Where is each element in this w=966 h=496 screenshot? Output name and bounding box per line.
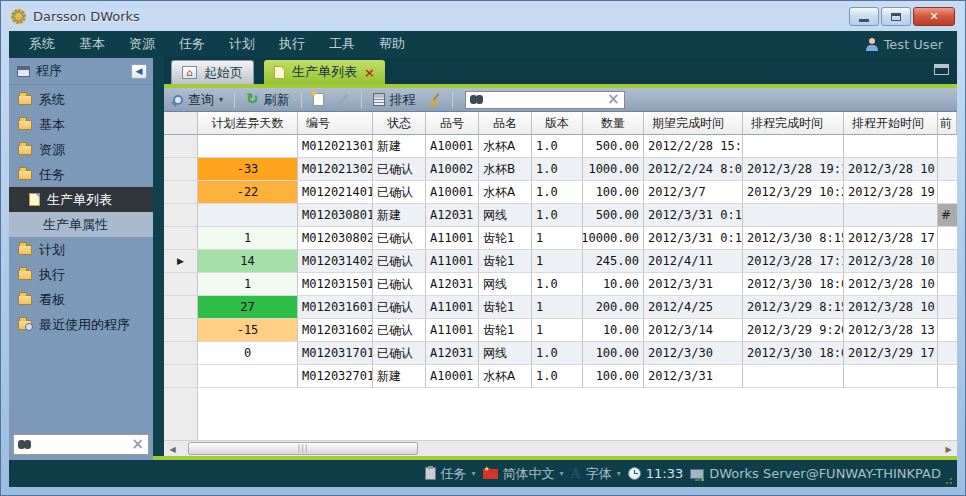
cell-plan-diff-days: -33: [198, 158, 298, 181]
table-row[interactable]: 27M012031601已确认A11001齿轮11200.002012/4/25…: [164, 296, 957, 319]
sidebar-item-3[interactable]: 资源: [9, 137, 153, 162]
column-header-3[interactable]: 状态: [373, 112, 426, 135]
sidebar-search-input[interactable]: [35, 437, 127, 453]
row-selector-cell[interactable]: [164, 135, 198, 158]
schedule-button[interactable]: 排程: [370, 91, 419, 109]
cell-q: 500.00: [583, 135, 644, 158]
row-selector-cell[interactable]: [164, 181, 198, 204]
menu-item-1[interactable]: 系统: [17, 35, 67, 53]
menu-item-7[interactable]: 工具: [317, 35, 367, 53]
row-selector-cell[interactable]: [164, 204, 198, 227]
table-row[interactable]: -22M012021401已确认A10001水杯A1.0100.002012/3…: [164, 181, 957, 204]
menu-item-4[interactable]: 任务: [167, 35, 217, 53]
column-header-7[interactable]: 数量: [583, 112, 644, 135]
menu-bar: 系统基本资源任务计划执行工具帮助 Test User: [9, 31, 957, 57]
tab-list-window-icon[interactable]: [934, 64, 949, 75]
row-selector-cell[interactable]: [164, 342, 198, 365]
row-selector-cell[interactable]: [164, 296, 198, 319]
flag-icon: [483, 469, 498, 479]
menu-item-5[interactable]: 计划: [217, 35, 267, 53]
column-header-9[interactable]: 排程完成时间: [743, 112, 844, 135]
query-button[interactable]: 查询 ▾: [170, 91, 226, 109]
row-selector-cell[interactable]: [164, 158, 198, 181]
cell-clipped: [938, 273, 957, 296]
row-selector-header[interactable]: [164, 112, 198, 135]
table-row[interactable]: 1M012031501已确认A12031网线1.010.002012/3/312…: [164, 273, 957, 296]
sidebar-item-7[interactable]: 计划: [9, 237, 153, 262]
table-row[interactable]: M012030801新建A12031网线1.0500.002012/3/31 0…: [164, 204, 957, 227]
table-row[interactable]: 0M012031701已确认A12031网线1.0100.002012/3/30…: [164, 342, 957, 365]
minimize-button[interactable]: [849, 7, 879, 26]
sidebar-item-9[interactable]: 看板: [9, 287, 153, 312]
sidebar-item-5[interactable]: 生产单列表: [9, 187, 153, 212]
language-dropdown-icon: ▾: [560, 469, 564, 478]
cell-se: [743, 135, 844, 158]
column-header-10[interactable]: 排程开始时间: [844, 112, 938, 135]
menu-item-8[interactable]: 帮助: [367, 35, 417, 53]
sidebar-item-6[interactable]: 生产单属性: [9, 212, 153, 237]
row-selector-cell[interactable]: [164, 227, 198, 250]
sidebar-search-clear-icon[interactable]: ×: [131, 437, 144, 452]
tab-close-icon[interactable]: ×: [364, 66, 375, 79]
column-header-4[interactable]: 品号: [426, 112, 479, 135]
column-header-6[interactable]: 版本: [532, 112, 583, 135]
toolbar-search-input[interactable]: [487, 92, 603, 108]
tab-label: 生产单列表: [292, 63, 357, 81]
cell-st: 已确认: [373, 342, 426, 365]
menu-item-6[interactable]: 执行: [267, 35, 317, 53]
scroll-right-icon[interactable]: ▶: [940, 442, 957, 456]
row-selector-cell[interactable]: [164, 273, 198, 296]
cell-ss: 2012/3/28 19:10: [844, 181, 938, 204]
scrollbar-thumb[interactable]: |||: [188, 442, 418, 455]
sidebar-item-2[interactable]: 基本: [9, 112, 153, 137]
clipboard-icon: [425, 467, 436, 480]
column-header-2[interactable]: 编号: [298, 112, 373, 135]
column-header-clipped[interactable]: 前: [938, 112, 957, 135]
user-button[interactable]: Test User: [866, 37, 949, 52]
sidebar-item-8[interactable]: 执行: [9, 262, 153, 287]
maximize-button[interactable]: [881, 7, 911, 26]
row-selector-cell[interactable]: [164, 365, 198, 388]
table-row[interactable]: -33M012021302已确认A10002水杯B1.01000.002012/…: [164, 158, 957, 181]
cell-ss: [844, 135, 938, 158]
table-row[interactable]: M012032701新建A10001水杯A1.0100.002012/3/31: [164, 365, 957, 388]
sidebar-item-10[interactable]: 最近使用的程序: [9, 312, 153, 337]
edit-button[interactable]: [332, 99, 353, 101]
row-selector-cell[interactable]: [164, 319, 198, 342]
tab-label: 起始页: [204, 64, 243, 82]
language-menu-button[interactable]: 简体中文 ▾: [483, 465, 564, 483]
sidebar-collapse-button[interactable]: ◀: [131, 64, 147, 79]
tab-bar: ⌂ 起始页 生产单列表 ×: [164, 57, 957, 84]
task-menu-button[interactable]: 任务 ▾: [425, 465, 476, 483]
table-row[interactable]: M012021301新建A10001水杯A1.0500.002012/2/28 …: [164, 135, 957, 158]
sidebar-item-1[interactable]: 系统: [9, 87, 153, 112]
close-icon: ✕: [929, 11, 938, 22]
table-row[interactable]: 1M012030802已确认A11001齿轮1110000.002012/3/3…: [164, 227, 957, 250]
cell-v: 1.0: [532, 204, 583, 227]
query-dropdown-icon[interactable]: ▾: [219, 95, 223, 104]
cell-plan-diff-days: -15: [198, 319, 298, 342]
table-row[interactable]: -15M012031602已确认A11001齿轮1110.002012/3/14…: [164, 319, 957, 342]
column-header-5[interactable]: 品名: [479, 112, 532, 135]
menu-item-2[interactable]: 基本: [67, 35, 117, 53]
new-button[interactable]: [310, 93, 327, 106]
menu-item-3[interactable]: 资源: [117, 35, 167, 53]
column-header-1[interactable]: 计划差异天数: [198, 112, 298, 135]
scroll-left-icon[interactable]: ◀: [164, 442, 181, 456]
font-icon: A: [571, 467, 581, 480]
clean-button[interactable]: [424, 93, 444, 107]
table-row[interactable]: ▶14M012031402已确认A11001齿轮11245.002012/4/1…: [164, 250, 957, 273]
folder-icon: [18, 270, 32, 280]
tab-production-order-list[interactable]: 生产单列表 ×: [264, 60, 385, 84]
column-header-8[interactable]: 期望完成时间: [644, 112, 743, 135]
sidebar-item-4[interactable]: 任务: [9, 162, 153, 187]
font-menu-button[interactable]: A 字体 ▾: [571, 465, 621, 483]
programs-icon: [17, 66, 30, 77]
toolbar-search-clear-icon[interactable]: ×: [607, 92, 620, 107]
tab-start-page[interactable]: ⌂ 起始页: [171, 60, 254, 84]
row-selector-cell[interactable]: ▶: [164, 250, 198, 273]
resize-grip[interactable]: [945, 475, 955, 485]
refresh-button[interactable]: ↻ 刷新: [243, 91, 293, 109]
horizontal-scrollbar[interactable]: ◀ ||| ▶: [164, 440, 957, 456]
close-button[interactable]: ✕: [913, 7, 955, 26]
